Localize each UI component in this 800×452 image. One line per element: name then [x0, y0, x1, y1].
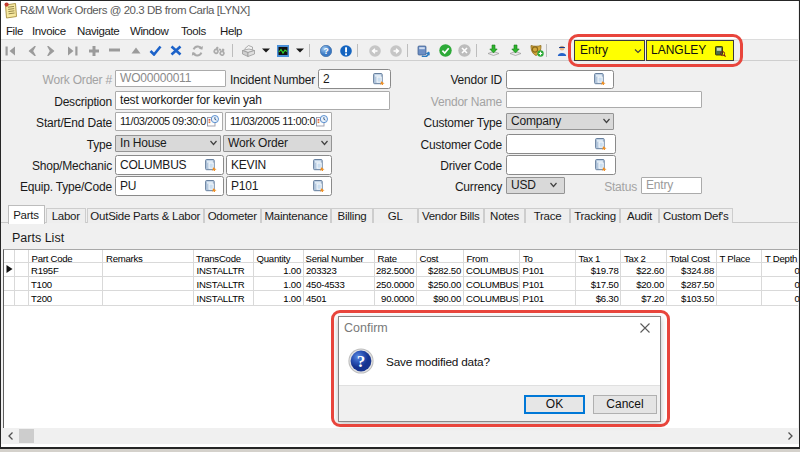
svg-text:?: ? [323, 46, 328, 56]
